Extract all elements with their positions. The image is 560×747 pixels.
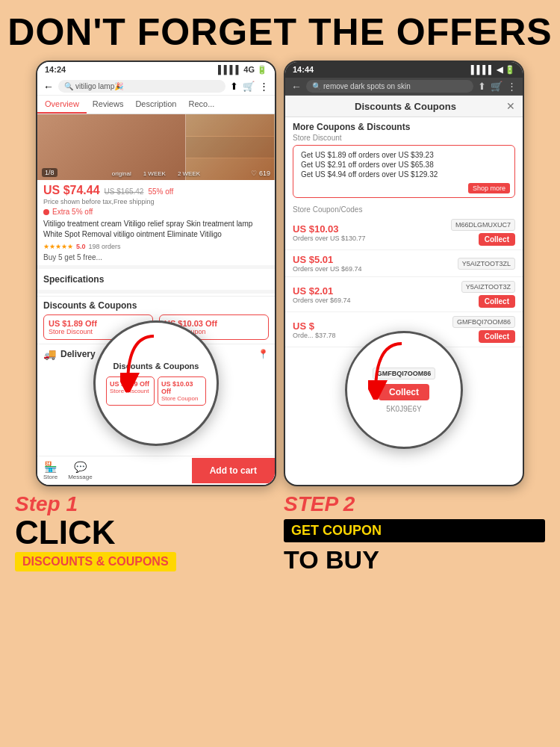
coupon4-code: GMFBQI7OOM86 bbox=[452, 316, 515, 328]
back-icon-right[interactable]: ← bbox=[291, 81, 302, 93]
signal-left: ▌▌▌▌ 4G 🔋 bbox=[218, 65, 267, 75]
red-arrow-right bbox=[368, 340, 413, 403]
step2-sub: TO BUY bbox=[284, 545, 379, 574]
stars-icon: ★★★★★ bbox=[43, 243, 73, 250]
tab-reviews[interactable]: Reviews bbox=[87, 96, 130, 114]
store-discount-3: Get US $4.94 off orders over US $129.32 bbox=[301, 170, 507, 179]
coupon1-condition: Orders over US $130.77 bbox=[293, 235, 366, 242]
search-bar-right[interactable]: 🔍 remove dark spots on skin bbox=[306, 80, 473, 93]
coupon2-code: Y5AIZTOOT3ZL bbox=[458, 258, 515, 270]
reviews: 198 orders bbox=[89, 243, 121, 250]
time-left: 14:24 bbox=[45, 65, 66, 75]
time-right: 14:44 bbox=[293, 65, 314, 75]
price-original: US $165.42 bbox=[105, 187, 144, 196]
more-icon-right[interactable]: ⋮ bbox=[507, 81, 517, 92]
store-discount-label: Store Discount bbox=[285, 134, 523, 145]
coupon-row-3: US $2.01 Orders over $69.74 Y5AIZTOOT3Z … bbox=[285, 277, 523, 312]
product-title: Vitiligo treatment cream Vitiligo relief… bbox=[37, 217, 275, 241]
step2-banner: GET COUPON bbox=[284, 519, 545, 542]
stars-row: ★★★★★ 5.0 198 orders bbox=[37, 241, 275, 252]
specs-label: Specifications bbox=[37, 271, 275, 288]
nav-bar-right: ← 🔍 remove dark spots on skin ⬆ 🛒 ⋮ bbox=[285, 78, 523, 96]
location-pin-icon: 📍 bbox=[258, 349, 269, 359]
coupon3-amount: US $2.01 bbox=[293, 285, 351, 297]
modal-title: Discounts & Coupons bbox=[305, 101, 506, 112]
store-icon: 🏪 bbox=[44, 461, 57, 473]
back-icon[interactable]: ← bbox=[43, 81, 54, 93]
message-icon-item[interactable]: 💬 Message bbox=[68, 461, 92, 480]
step2-banner-text: GET COUPON bbox=[291, 523, 382, 538]
store-discount-2: Get US $2.91 off orders over US $65.38 bbox=[301, 160, 507, 170]
coupon2-amount: US $5.01 bbox=[293, 254, 362, 265]
step1-banner: DISCOUNTS & COUPONS bbox=[15, 552, 176, 571]
delivery-icon: 🚚 bbox=[43, 348, 56, 360]
coupon1-amount: US $10.03 bbox=[293, 223, 366, 235]
rating: 5.0 bbox=[76, 243, 86, 250]
extra-off: Extra 5% off bbox=[37, 206, 275, 217]
cart-icon-right[interactable]: 🛒 bbox=[491, 81, 503, 92]
more-icon[interactable]: ⋮ bbox=[259, 81, 269, 92]
section-divider2 bbox=[37, 290, 275, 294]
circle-item2-amount: US $10.03 Off bbox=[161, 380, 202, 395]
message-icon: 💬 bbox=[74, 461, 87, 473]
add-to-cart-btn[interactable]: Add to cart bbox=[192, 458, 275, 483]
coupon-label: Store Coupon/Codes bbox=[285, 204, 523, 215]
step2-label: STEP 2 bbox=[284, 492, 355, 516]
modal-body: More Coupons & Discounts Store Discount … bbox=[285, 117, 523, 347]
coupon3-condition: Orders over $69.74 bbox=[293, 297, 351, 304]
bottom-icons: 🏪 Store 💬 Message bbox=[37, 456, 99, 485]
circle-item2-type: Store Coupon bbox=[161, 395, 202, 402]
bottom-bar-left: 🏪 Store 💬 Message Add to cart bbox=[37, 456, 275, 485]
status-bar-right: 14:44 ▌▌▌▌ ◀ 🔋 bbox=[285, 62, 523, 78]
coupon4-condition: Orde... $37.78 bbox=[293, 332, 336, 339]
coupon-row-1: US $10.03 Orders over US $130.77 M66DLGM… bbox=[285, 215, 523, 250]
signal-right: ▌▌▌▌ ◀ 🔋 bbox=[471, 65, 515, 75]
phone-left: 14:24 ▌▌▌▌ 4G 🔋 ← 🔍 vitiligo lamp🎉 ⬆ 🛒 ⋮… bbox=[36, 61, 276, 486]
price-main: US $74.44 bbox=[43, 184, 100, 197]
coupon4-amount: US $ bbox=[293, 320, 336, 332]
status-bar-left: 14:24 ▌▌▌▌ 4G 🔋 bbox=[37, 62, 275, 78]
cr-code2: 5K0J9E6Y bbox=[386, 405, 421, 413]
product-images: 1/8 original 1 WEEK 2 WEEK ♡ 619 bbox=[37, 114, 275, 180]
coupon2-condition: Orders over US $69.74 bbox=[293, 265, 362, 273]
store-icon-item[interactable]: 🏪 Store bbox=[43, 461, 57, 480]
coupon-row-2: US $5.01 Orders over US $69.74 Y5AIZTOOT… bbox=[285, 250, 523, 277]
cart-icon[interactable]: 🛒 bbox=[243, 81, 255, 92]
image-labels: original 1 WEEK 2 WEEK bbox=[112, 170, 200, 177]
coupon3-collect-btn[interactable]: Collect bbox=[479, 295, 515, 308]
section-divider bbox=[37, 265, 275, 269]
modal-subtitle: More Coupons & Discounts bbox=[285, 117, 523, 134]
tab-description[interactable]: Description bbox=[129, 96, 182, 114]
tabs-row-left: Overview Reviews Description Reco... bbox=[37, 96, 275, 114]
price-off: 55% off bbox=[148, 187, 173, 196]
search-bar-left[interactable]: 🔍 vitiligo lamp🎉 bbox=[58, 80, 225, 93]
step2-col: STEP 2 GET COUPON TO BUY bbox=[284, 492, 545, 574]
image-counter: 1/8 bbox=[42, 168, 57, 177]
step1-action: CLICK bbox=[15, 516, 115, 549]
steps-section: Step 1 CLICK DISCOUNTS & COUPONS STEP 2 … bbox=[0, 486, 560, 574]
buy-promo: Buy 5 get 5 free... bbox=[37, 252, 275, 263]
modal-close-icon[interactable]: ✕ bbox=[506, 100, 515, 112]
modal-header: Discounts & Coupons ✕ bbox=[285, 96, 523, 117]
coupon3-code: Y5AIZTOOT3Z bbox=[461, 281, 515, 293]
coupon1-code: M66DLGMUXUC7 bbox=[451, 219, 515, 231]
store-discount-1: Get US $1.89 off orders over US $39.23 bbox=[301, 150, 507, 160]
tab-reco[interactable]: Reco... bbox=[182, 96, 220, 114]
coupon4-collect-btn[interactable]: Collect bbox=[479, 330, 515, 343]
red-arrow-left bbox=[120, 332, 165, 395]
coupon1-collect-btn[interactable]: Collect bbox=[479, 233, 515, 246]
share-icon[interactable]: ⬆ bbox=[230, 81, 238, 92]
share-icon-right[interactable]: ⬆ bbox=[478, 81, 486, 92]
like-count: ♡ 619 bbox=[251, 170, 270, 177]
store-discount-box: Get US $1.89 off orders over US $39.23 G… bbox=[293, 145, 515, 198]
nav-bar-left: ← 🔍 vitiligo lamp🎉 ⬆ 🛒 ⋮ bbox=[37, 78, 275, 96]
price-row: US $74.44 US $165.42 55% off bbox=[37, 180, 275, 197]
phones-row: 14:24 ▌▌▌▌ 4G 🔋 ← 🔍 vitiligo lamp🎉 ⬆ 🛒 ⋮… bbox=[0, 61, 560, 486]
shipping-text: Price shown before tax,Free shipping bbox=[37, 197, 275, 206]
discounts-title: Discounts & Coupons bbox=[43, 300, 269, 311]
step1-label: Step 1 bbox=[15, 492, 78, 516]
tab-overview[interactable]: Overview bbox=[37, 96, 87, 114]
step1-col: Step 1 CLICK DISCOUNTS & COUPONS bbox=[15, 492, 276, 574]
step1-banner-text: DISCOUNTS & COUPONS bbox=[22, 555, 169, 568]
shop-more-btn[interactable]: Shop more bbox=[468, 183, 510, 193]
